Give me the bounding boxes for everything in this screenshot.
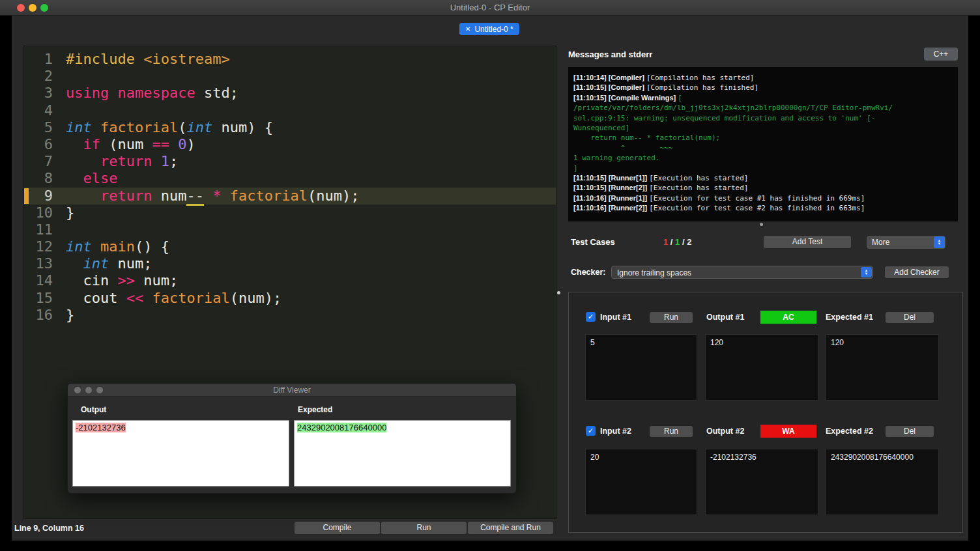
code-text: if (num == 0) <box>57 136 195 153</box>
code-line-10[interactable]: 10} <box>24 205 556 221</box>
code-line-9[interactable]: 9 return num-- * factorial(num); <box>24 188 556 205</box>
console-line: return num-- * factorial(num); <box>573 133 953 143</box>
testcase-1-output-area[interactable]: 120 <box>705 334 818 401</box>
testcase-2-input-area[interactable]: 20 <box>585 449 697 515</box>
window-title: Untitled-0 - CP Editor <box>0 0 980 16</box>
console-line: ] <box>573 163 953 173</box>
testcase-1-expected-area[interactable]: 120 <box>826 334 939 401</box>
diff-output-label: Output <box>81 405 106 414</box>
testcase-2-expected-label: Expected #2 <box>826 427 873 436</box>
testcase-1-run-button[interactable]: Run <box>650 312 693 323</box>
diff-output-value: -2102132736 <box>76 423 126 432</box>
code-line-11[interactable]: 11 <box>24 221 556 238</box>
more-dropdown[interactable]: More ▲▼ <box>867 236 945 249</box>
line-number: 12 <box>24 238 57 255</box>
diff-viewer-window[interactable]: Diff Viewer Output Expected -2102132736 … <box>67 383 517 494</box>
maximize-window-icon[interactable] <box>40 4 48 12</box>
console-output[interactable]: [11:10:14] [Compiler] [Compilation has s… <box>568 67 958 221</box>
minimize-window-icon[interactable] <box>29 4 36 12</box>
check-icon: ✓ <box>588 313 594 320</box>
messages-panel-title: Messages and stderr <box>568 49 652 59</box>
testcase-1-verdict-badge: AC <box>760 311 816 324</box>
line-number: 2 <box>24 68 57 85</box>
console-line: [11:10:15] [Runner[1]] [Execution has st… <box>573 173 953 183</box>
line-number: 14 <box>24 272 57 289</box>
testcase-counts: 1 / 1 / 2 <box>663 237 691 247</box>
code-line-4[interactable]: 4 <box>24 102 556 119</box>
code-line-7[interactable]: 7 return 1; <box>24 153 556 170</box>
console-line: Wunsequenced] <box>573 123 953 133</box>
diff-close-icon[interactable] <box>74 387 81 393</box>
line-number: 16 <box>24 307 57 324</box>
diff-output-pane: -2102132736 <box>72 420 289 487</box>
splitter-handle-icon[interactable] <box>760 223 763 226</box>
line-number: 4 <box>24 102 57 119</box>
console-line: /private/var/folders/dm/lb_jj0ts3xj2k4xt… <box>573 103 953 113</box>
testcase-2-output-area[interactable]: -2102132736 <box>705 449 818 515</box>
code-text: int num; <box>57 255 152 272</box>
code-lines: 1#include <iostream>23using namespace st… <box>24 51 556 324</box>
console-line: sol.cpp:9:15: warning: unsequenced modif… <box>573 113 953 123</box>
panel-splitter-handle-icon[interactable] <box>557 291 560 294</box>
code-text: cout << factorial(num); <box>57 290 281 307</box>
diff-minimize-icon[interactable] <box>85 387 92 393</box>
code-text: } <box>57 307 74 324</box>
compile-button[interactable]: Compile <box>295 522 380 534</box>
tab-close-icon[interactable]: ✕ <box>465 25 470 33</box>
testcase-1-input-area[interactable]: 5 <box>585 334 697 401</box>
console-line: [11:10:14] [Compiler] [Compilation has s… <box>573 73 953 83</box>
code-line-1[interactable]: 1#include <iostream> <box>24 51 556 68</box>
diff-viewer-title: Diff Viewer <box>68 384 516 397</box>
line-number: 5 <box>24 119 57 136</box>
code-line-12[interactable]: 12int main() { <box>24 238 556 255</box>
testcase-2-expected-area[interactable]: 2432902008176640000 <box>826 449 939 515</box>
window-titlebar[interactable]: Untitled-0 - CP Editor <box>0 0 980 16</box>
line-number: 10 <box>24 205 57 221</box>
testcase-2-input-label: Input #2 <box>600 427 631 436</box>
console-line: 1 warning generated. <box>573 153 953 163</box>
diff-expected-value: 2432902008176640000 <box>297 423 386 432</box>
testcase-2-del-button[interactable]: Del <box>886 426 934 437</box>
testcase-1-del-button[interactable]: Del <box>886 312 934 323</box>
code-text: int factorial(int num) { <box>57 119 273 136</box>
code-line-2[interactable]: 2 <box>24 68 556 85</box>
console-line: ^ ~~~ <box>573 143 953 153</box>
code-line-14[interactable]: 14 cin >> num; <box>24 272 556 289</box>
testcase-2-output-label: Output #2 <box>706 427 744 436</box>
code-line-8[interactable]: 8 else <box>24 170 556 187</box>
code-line-3[interactable]: 3using namespace std; <box>24 85 556 102</box>
checker-dropdown-value: Ignore trailing spaces <box>612 266 872 279</box>
count-plain: / <box>680 237 687 247</box>
run-button[interactable]: Run <box>381 522 467 534</box>
code-line-5[interactable]: 5int factorial(int num) { <box>24 119 556 136</box>
code-line-13[interactable]: 13 int num; <box>24 255 556 272</box>
code-line-6[interactable]: 6 if (num == 0) <box>24 136 556 153</box>
code-line-16[interactable]: 16} <box>24 307 556 324</box>
code-text: cin >> num; <box>57 272 178 289</box>
testcase-2-checkbox[interactable]: ✓ <box>586 426 596 436</box>
tab-label: Untitled-0 * <box>474 25 513 34</box>
count-plain: / <box>668 237 675 247</box>
add-test-button[interactable]: Add Test <box>764 236 851 248</box>
testcase-1-checkbox[interactable]: ✓ <box>586 312 596 322</box>
console-line: [11:10:15] [Compile Warnings] [ <box>573 93 953 103</box>
diff-maximize-icon[interactable] <box>96 387 103 393</box>
testcase-2-run-button[interactable]: Run <box>650 426 693 437</box>
code-text: } <box>57 205 74 221</box>
line-number: 1 <box>24 51 57 68</box>
line-number: 11 <box>24 221 57 238</box>
language-button[interactable]: C++ <box>924 48 958 61</box>
checker-dropdown[interactable]: Ignore trailing spaces ▲▼ <box>611 266 873 279</box>
code-line-15[interactable]: 15 cout << factorial(num); <box>24 290 556 307</box>
code-text: #include <iostream> <box>57 51 230 68</box>
compile-and-run-button[interactable]: Compile and Run <box>468 522 553 534</box>
add-checker-button[interactable]: Add Checker <box>885 266 949 278</box>
cursor-position-status: Line 9, Column 16 <box>14 524 84 533</box>
diff-viewer-titlebar[interactable]: Diff Viewer <box>68 384 516 397</box>
checker-label: Checker: <box>571 268 606 277</box>
count-plain: 2 <box>687 237 691 247</box>
line-number: 8 <box>24 170 57 187</box>
close-window-icon[interactable] <box>17 4 25 12</box>
code-text: using namespace std; <box>57 85 238 102</box>
tab-untitled-0[interactable]: ✕ Untitled-0 * <box>459 23 519 35</box>
